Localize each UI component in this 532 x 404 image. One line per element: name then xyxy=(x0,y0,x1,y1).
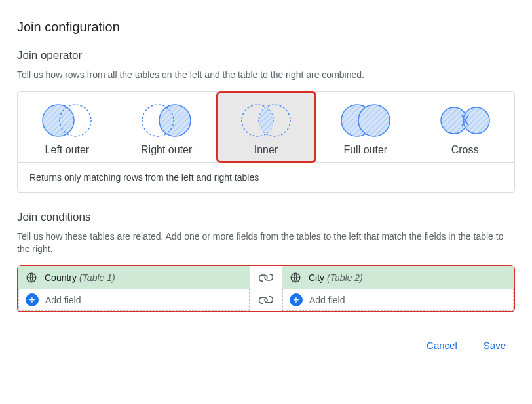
add-left-field[interactable]: + Add field xyxy=(18,289,250,311)
operator-full-outer[interactable]: Full outer xyxy=(316,92,415,162)
conditions-panel: Country (Table 1) City (Table 2) + Add f… xyxy=(17,265,515,312)
save-button[interactable]: Save xyxy=(481,336,508,355)
operator-inner[interactable]: Inner xyxy=(217,92,316,162)
venn-right-outer-icon xyxy=(137,102,196,139)
operator-selector: Left outer Right outer Inner xyxy=(17,91,515,193)
venn-cross-icon xyxy=(436,102,495,139)
operator-label: Inner xyxy=(217,144,316,156)
table-name: (Table 2) xyxy=(327,272,363,283)
left-field-chip[interactable]: Country (Table 1) xyxy=(18,266,250,289)
cancel-button[interactable]: Cancel xyxy=(424,336,460,355)
operator-label: Cross xyxy=(415,144,514,156)
operator-left-outer[interactable]: Left outer xyxy=(18,92,117,162)
plus-icon: + xyxy=(290,293,303,306)
field-name: Country xyxy=(45,272,77,283)
venn-left-outer-icon xyxy=(37,102,96,139)
operator-label: Full outer xyxy=(316,144,415,156)
field-name: City xyxy=(309,272,324,283)
add-field-label: Add field xyxy=(45,295,81,305)
svg-point-11 xyxy=(358,105,390,136)
operator-cross[interactable]: Cross xyxy=(415,92,514,162)
venn-inner-icon xyxy=(237,102,295,139)
add-right-field[interactable]: + Add field xyxy=(282,289,514,311)
dialog-title: Join configuration xyxy=(17,20,515,35)
globe-icon xyxy=(25,271,38,284)
operator-right-outer[interactable]: Right outer xyxy=(117,92,217,162)
conditions-description: Tell us how these tables are related. Ad… xyxy=(17,230,515,256)
svg-point-2 xyxy=(43,105,74,136)
dialog-footer: Cancel Save xyxy=(17,336,515,355)
link-icon xyxy=(250,289,282,311)
globe-icon xyxy=(289,271,302,284)
add-field-label: Add field xyxy=(309,295,345,305)
link-icon xyxy=(250,266,282,289)
svg-point-4 xyxy=(159,105,191,136)
operator-description: Tell us how rows from all the tables on … xyxy=(17,69,515,82)
operator-explanation: Returns only matching rows from the left… xyxy=(18,162,514,192)
plus-icon: + xyxy=(26,293,39,306)
operator-label: Right outer xyxy=(117,144,216,156)
operator-label: Left outer xyxy=(18,144,117,156)
conditions-heading: Join conditions xyxy=(17,211,515,224)
svg-point-13 xyxy=(463,107,489,134)
venn-full-outer-icon xyxy=(336,102,395,139)
right-field-chip[interactable]: City (Table 2) xyxy=(282,266,514,289)
table-name: (Table 1) xyxy=(79,272,115,283)
operator-heading: Join operator xyxy=(17,49,515,62)
